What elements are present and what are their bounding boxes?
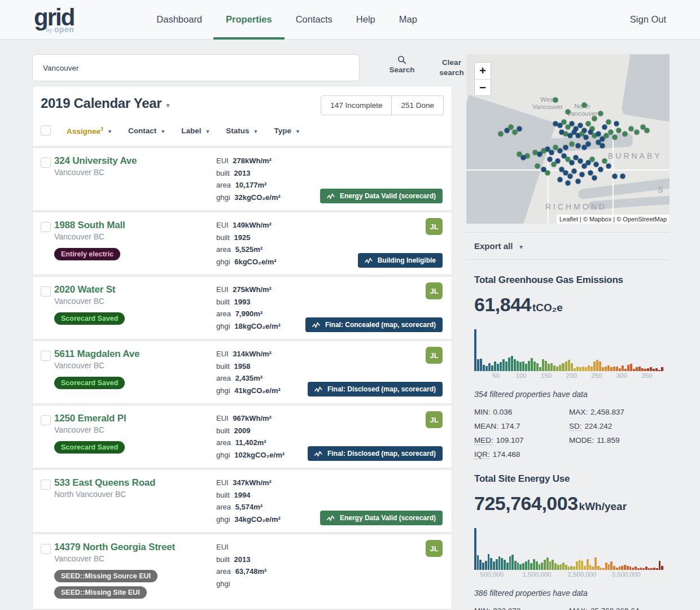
property-map-marker[interactable] — [645, 128, 650, 133]
assignee-avatar[interactable]: JL — [426, 411, 443, 428]
property-map-marker[interactable] — [557, 149, 562, 154]
property-map-marker[interactable] — [590, 157, 595, 162]
property-checkbox[interactable] — [41, 158, 51, 168]
property-map-marker[interactable] — [547, 157, 552, 162]
property-map-marker[interactable] — [541, 167, 546, 172]
search-button[interactable]: Search — [377, 55, 427, 75]
assignee-avatar[interactable]: JL — [426, 218, 443, 235]
sign-out-link[interactable]: Sign Out — [630, 14, 666, 25]
property-map-marker[interactable] — [635, 130, 640, 135]
property-map-marker[interactable] — [602, 159, 607, 164]
status-badge[interactable]: Final: Disclosed (map, scorecard) — [308, 446, 443, 461]
property-map-marker[interactable] — [567, 174, 572, 179]
property-map-marker[interactable] — [535, 164, 540, 169]
property-map-marker[interactable] — [600, 143, 605, 149]
property-map-marker[interactable] — [592, 176, 597, 181]
property-map-marker[interactable] — [622, 132, 627, 137]
filter-label[interactable]: Label▼ — [181, 127, 210, 135]
property-map-marker[interactable] — [580, 172, 585, 177]
property-map-marker[interactable] — [608, 130, 613, 135]
property-map-marker[interactable] — [616, 128, 622, 133]
property-map-marker[interactable] — [509, 125, 514, 130]
select-all-checkbox[interactable] — [41, 125, 51, 136]
done-toggle-button[interactable]: 251 Done — [391, 96, 443, 115]
property-map-marker[interactable] — [551, 162, 556, 167]
property-map-marker[interactable] — [628, 127, 633, 132]
property-map-marker[interactable] — [578, 159, 583, 164]
app-logo[interactable]: grid by open — [34, 6, 74, 33]
status-badge[interactable]: Energy Data Valid (scorecard) — [320, 511, 443, 525]
property-map-marker[interactable] — [598, 111, 603, 116]
property-map-marker[interactable] — [598, 167, 603, 172]
status-badge[interactable]: Energy Data Valid (scorecard) — [320, 189, 443, 203]
export-all-button[interactable]: Export all▼ — [466, 232, 670, 260]
nav-item-properties[interactable]: Properties — [226, 0, 272, 40]
property-map-marker[interactable] — [561, 120, 566, 125]
incomplete-toggle-button[interactable]: 147 Incomplete — [321, 96, 391, 115]
property-map-marker[interactable] — [584, 135, 589, 140]
property-map-marker[interactable] — [517, 152, 522, 157]
property-map-marker[interactable] — [498, 132, 504, 137]
property-map-marker[interactable] — [594, 162, 599, 167]
property-map-marker[interactable] — [612, 135, 617, 140]
status-badge[interactable]: Building Ineligible — [358, 253, 443, 268]
property-map-marker[interactable] — [553, 145, 558, 150]
property-map-marker[interactable] — [581, 145, 587, 150]
filter-contact[interactable]: Contact▼ — [128, 127, 165, 135]
zoom-in-button[interactable]: + — [475, 63, 491, 79]
map[interactable]: West VancouverNorth VancouverBURNABYRICH… — [466, 54, 670, 224]
property-map-marker[interactable] — [571, 169, 576, 174]
property-map-marker[interactable] — [517, 127, 522, 132]
assignee-avatar[interactable]: JL — [426, 282, 443, 299]
property-map-marker[interactable] — [596, 132, 601, 137]
property-map-marker[interactable] — [570, 142, 575, 147]
property-map-marker[interactable] — [614, 121, 619, 127]
property-map-marker[interactable] — [549, 150, 554, 155]
nav-item-dashboard[interactable]: Dashboard — [156, 0, 202, 40]
property-map-marker[interactable] — [563, 145, 568, 150]
property-checkbox[interactable] — [41, 415, 51, 425]
property-checkbox[interactable] — [41, 480, 51, 490]
property-map-marker[interactable] — [620, 174, 625, 179]
status-badge[interactable]: Final: Disclosed (map, scorecard) — [308, 382, 443, 396]
property-map-marker[interactable] — [592, 116, 597, 121]
property-checkbox[interactable] — [41, 351, 51, 361]
property-checkbox[interactable] — [41, 544, 51, 554]
map-attribution[interactable]: Leaflet | © Mapbox | © OpenStreetMap — [557, 215, 670, 224]
property-map-marker[interactable] — [545, 171, 550, 176]
property-map-marker[interactable] — [533, 150, 538, 155]
property-map-marker[interactable] — [570, 160, 575, 165]
filter-type[interactable]: Type▼ — [274, 127, 300, 135]
property-map-marker[interactable] — [606, 120, 611, 125]
property-map-marker[interactable] — [602, 125, 607, 130]
property-map-marker[interactable] — [520, 155, 526, 160]
property-map-marker[interactable] — [606, 164, 611, 169]
property-map-marker[interactable] — [612, 174, 617, 179]
property-map-marker[interactable] — [553, 98, 558, 103]
status-badge[interactable]: Final: Concealed (map, scorecard) — [305, 317, 443, 332]
property-map-marker[interactable] — [586, 121, 591, 127]
property-map-marker[interactable] — [557, 177, 562, 182]
property-stat: ghgi 102kgCO₂e/m² — [216, 449, 285, 461]
filter-status[interactable]: Status▼ — [226, 127, 258, 135]
property-map-marker[interactable] — [578, 123, 583, 128]
filter-assignee[interactable]: Assignee3▼ — [67, 126, 112, 136]
property-map-marker[interactable] — [576, 143, 581, 149]
property-map-marker[interactable] — [588, 171, 593, 176]
calendar-year-dropdown[interactable]: 2019 Calendar Year▾ — [41, 95, 170, 111]
property-map-marker[interactable] — [566, 110, 571, 115]
nav-item-help[interactable]: Help — [356, 0, 375, 40]
property-map-marker[interactable] — [581, 103, 587, 108]
property-map-marker[interactable] — [570, 121, 575, 127]
property-checkbox[interactable] — [41, 286, 51, 297]
nav-item-contacts[interactable]: Contacts — [296, 0, 333, 40]
assignee-avatar[interactable]: JL — [426, 347, 443, 364]
property-checkbox[interactable] — [41, 222, 51, 232]
map-water — [466, 156, 517, 224]
nav-item-map[interactable]: Map — [399, 0, 417, 40]
property-map-marker[interactable] — [576, 179, 581, 184]
assignee-avatar[interactable]: JL — [426, 540, 443, 557]
zoom-out-button[interactable]: − — [475, 79, 491, 95]
property-map-marker[interactable] — [566, 181, 571, 186]
search-input[interactable] — [32, 54, 360, 81]
